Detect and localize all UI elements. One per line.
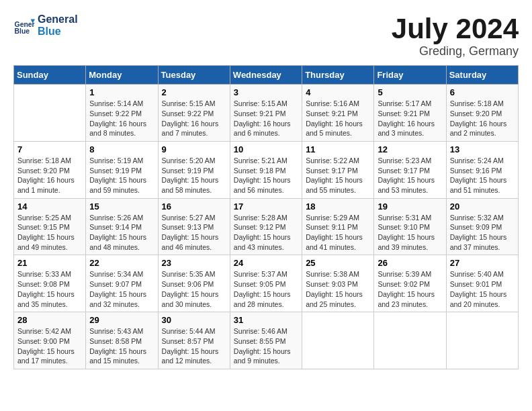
day-info: Sunrise: 5:28 AM Sunset: 9:12 PM Dayligh…: [234, 213, 298, 253]
calendar-cell: 17Sunrise: 5:28 AM Sunset: 9:12 PM Dayli…: [230, 198, 302, 255]
column-header-sunday: Sunday: [14, 66, 86, 85]
calendar-cell: 25Sunrise: 5:38 AM Sunset: 9:03 PM Dayli…: [302, 255, 374, 312]
calendar-cell: 9Sunrise: 5:20 AM Sunset: 9:19 PM Daylig…: [158, 141, 230, 198]
calendar-cell: 10Sunrise: 5:21 AM Sunset: 9:18 PM Dayli…: [230, 141, 302, 198]
day-info: Sunrise: 5:35 AM Sunset: 9:06 PM Dayligh…: [162, 269, 226, 309]
day-info: Sunrise: 5:31 AM Sunset: 9:10 PM Dayligh…: [378, 213, 442, 253]
month-year-title: July 2024: [392, 13, 519, 44]
day-number: 15: [89, 201, 154, 212]
calendar-cell: 16Sunrise: 5:27 AM Sunset: 9:13 PM Dayli…: [158, 198, 230, 255]
calendar-cell: 2Sunrise: 5:15 AM Sunset: 9:22 PM Daylig…: [158, 85, 230, 142]
calendar-cell: [446, 312, 518, 369]
day-number: 14: [17, 201, 82, 212]
logo: General Blue General Blue: [13, 13, 78, 37]
day-info: Sunrise: 5:42 AM Sunset: 9:00 PM Dayligh…: [17, 326, 82, 366]
location-subtitle: Greding, Germany: [392, 44, 519, 58]
day-number: 10: [234, 144, 298, 154]
day-number: 29: [89, 315, 154, 325]
calendar-cell: 19Sunrise: 5:31 AM Sunset: 9:10 PM Dayli…: [374, 198, 446, 255]
day-info: Sunrise: 5:18 AM Sunset: 9:20 PM Dayligh…: [17, 156, 82, 195]
day-info: Sunrise: 5:44 AM Sunset: 8:57 PM Dayligh…: [162, 326, 226, 366]
day-number: 19: [378, 201, 442, 212]
day-info: Sunrise: 5:15 AM Sunset: 9:21 PM Dayligh…: [234, 99, 298, 138]
calendar-cell: 1Sunrise: 5:14 AM Sunset: 9:22 PM Daylig…: [86, 85, 158, 142]
column-header-thursday: Thursday: [302, 66, 374, 85]
day-info: Sunrise: 5:32 AM Sunset: 9:09 PM Dayligh…: [450, 213, 515, 253]
calendar-cell: 11Sunrise: 5:22 AM Sunset: 9:17 PM Dayli…: [302, 141, 374, 198]
calendar-cell: 3Sunrise: 5:15 AM Sunset: 9:21 PM Daylig…: [230, 85, 302, 142]
day-info: Sunrise: 5:33 AM Sunset: 9:08 PM Dayligh…: [17, 269, 82, 309]
day-number: 8: [89, 144, 154, 154]
day-info: Sunrise: 5:19 AM Sunset: 9:19 PM Dayligh…: [89, 156, 154, 195]
day-info: Sunrise: 5:15 AM Sunset: 9:22 PM Dayligh…: [162, 99, 226, 138]
page-header: General Blue General Blue July 2024 Gred…: [13, 13, 519, 58]
calendar-cell: 27Sunrise: 5:40 AM Sunset: 9:01 PM Dayli…: [446, 255, 518, 312]
calendar-cell: 14Sunrise: 5:25 AM Sunset: 9:15 PM Dayli…: [14, 198, 86, 255]
day-number: 22: [89, 258, 154, 268]
day-number: 25: [306, 258, 370, 268]
day-number: 5: [378, 87, 442, 97]
calendar-week-row: 7Sunrise: 5:18 AM Sunset: 9:20 PM Daylig…: [14, 141, 519, 198]
calendar-cell: 6Sunrise: 5:18 AM Sunset: 9:20 PM Daylig…: [446, 85, 518, 142]
calendar-cell: 28Sunrise: 5:42 AM Sunset: 9:00 PM Dayli…: [14, 312, 86, 369]
calendar-cell: 7Sunrise: 5:18 AM Sunset: 9:20 PM Daylig…: [14, 141, 86, 198]
calendar-cell: 31Sunrise: 5:46 AM Sunset: 8:55 PM Dayli…: [230, 312, 302, 369]
calendar-cell: 23Sunrise: 5:35 AM Sunset: 9:06 PM Dayli…: [158, 255, 230, 312]
day-info: Sunrise: 5:46 AM Sunset: 8:55 PM Dayligh…: [234, 326, 298, 366]
day-number: 16: [162, 201, 226, 212]
calendar-cell: 18Sunrise: 5:29 AM Sunset: 9:11 PM Dayli…: [302, 198, 374, 255]
logo-icon: General Blue: [13, 15, 35, 36]
calendar-cell: 22Sunrise: 5:34 AM Sunset: 9:07 PM Dayli…: [86, 255, 158, 312]
column-header-tuesday: Tuesday: [158, 66, 230, 85]
day-info: Sunrise: 5:26 AM Sunset: 9:14 PM Dayligh…: [89, 213, 154, 253]
day-info: Sunrise: 5:21 AM Sunset: 9:18 PM Dayligh…: [234, 156, 298, 195]
day-number: 30: [162, 315, 226, 325]
calendar-week-row: 14Sunrise: 5:25 AM Sunset: 9:15 PM Dayli…: [14, 198, 519, 255]
calendar-header-row: SundayMondayTuesdayWednesdayThursdayFrid…: [14, 66, 519, 85]
day-number: 3: [234, 87, 298, 97]
day-number: 27: [450, 258, 515, 268]
calendar-cell: 4Sunrise: 5:16 AM Sunset: 9:21 PM Daylig…: [302, 85, 374, 142]
calendar-cell: 24Sunrise: 5:37 AM Sunset: 9:05 PM Dayli…: [230, 255, 302, 312]
day-number: 9: [162, 144, 226, 154]
calendar-cell: 13Sunrise: 5:24 AM Sunset: 9:16 PM Dayli…: [446, 141, 518, 198]
day-info: Sunrise: 5:29 AM Sunset: 9:11 PM Dayligh…: [306, 213, 370, 253]
day-number: 23: [162, 258, 226, 268]
day-info: Sunrise: 5:24 AM Sunset: 9:16 PM Dayligh…: [450, 156, 515, 195]
day-number: 26: [378, 258, 442, 268]
day-info: Sunrise: 5:14 AM Sunset: 9:22 PM Dayligh…: [89, 99, 154, 138]
day-info: Sunrise: 5:23 AM Sunset: 9:17 PM Dayligh…: [378, 156, 442, 195]
day-info: Sunrise: 5:18 AM Sunset: 9:20 PM Dayligh…: [450, 99, 515, 138]
calendar-table: SundayMondayTuesdayWednesdayThursdayFrid…: [13, 65, 519, 369]
calendar-week-row: 1Sunrise: 5:14 AM Sunset: 9:22 PM Daylig…: [14, 85, 519, 142]
day-number: 17: [234, 201, 298, 212]
day-info: Sunrise: 5:27 AM Sunset: 9:13 PM Dayligh…: [162, 213, 226, 253]
calendar-cell: [302, 312, 374, 369]
calendar-cell: [14, 85, 86, 142]
day-number: 2: [162, 87, 226, 97]
calendar-cell: [374, 312, 446, 369]
calendar-week-row: 28Sunrise: 5:42 AM Sunset: 9:00 PM Dayli…: [14, 312, 519, 369]
column-header-saturday: Saturday: [446, 66, 518, 85]
day-info: Sunrise: 5:37 AM Sunset: 9:05 PM Dayligh…: [234, 269, 298, 309]
column-header-monday: Monday: [86, 66, 158, 85]
day-info: Sunrise: 5:39 AM Sunset: 9:02 PM Dayligh…: [378, 269, 442, 309]
calendar-cell: 15Sunrise: 5:26 AM Sunset: 9:14 PM Dayli…: [86, 198, 158, 255]
day-number: 7: [17, 144, 82, 154]
day-info: Sunrise: 5:25 AM Sunset: 9:15 PM Dayligh…: [17, 213, 82, 253]
calendar-cell: 30Sunrise: 5:44 AM Sunset: 8:57 PM Dayli…: [158, 312, 230, 369]
calendar-cell: 20Sunrise: 5:32 AM Sunset: 9:09 PM Dayli…: [446, 198, 518, 255]
calendar-cell: 26Sunrise: 5:39 AM Sunset: 9:02 PM Dayli…: [374, 255, 446, 312]
day-info: Sunrise: 5:16 AM Sunset: 9:21 PM Dayligh…: [306, 99, 370, 138]
day-info: Sunrise: 5:34 AM Sunset: 9:07 PM Dayligh…: [89, 269, 154, 309]
calendar-cell: 8Sunrise: 5:19 AM Sunset: 9:19 PM Daylig…: [86, 141, 158, 198]
day-info: Sunrise: 5:40 AM Sunset: 9:01 PM Dayligh…: [450, 269, 515, 309]
column-header-friday: Friday: [374, 66, 446, 85]
day-info: Sunrise: 5:22 AM Sunset: 9:17 PM Dayligh…: [306, 156, 370, 195]
day-number: 31: [234, 315, 298, 325]
day-info: Sunrise: 5:38 AM Sunset: 9:03 PM Dayligh…: [306, 269, 370, 309]
day-info: Sunrise: 5:43 AM Sunset: 8:58 PM Dayligh…: [89, 326, 154, 366]
day-number: 11: [306, 144, 370, 154]
column-header-wednesday: Wednesday: [230, 66, 302, 85]
calendar-cell: 21Sunrise: 5:33 AM Sunset: 9:08 PM Dayli…: [14, 255, 86, 312]
